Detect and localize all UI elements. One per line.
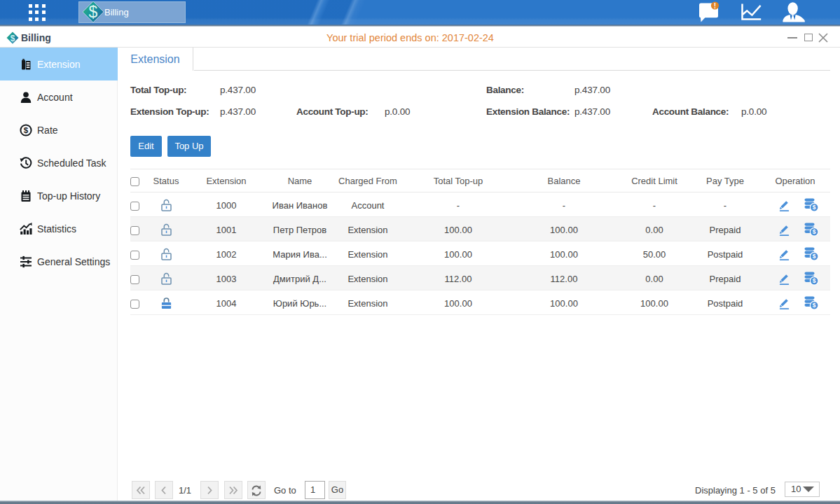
svg-text:$: $ — [813, 253, 816, 260]
svg-text:$: $ — [813, 277, 816, 284]
svg-text:!: ! — [714, 2, 716, 10]
svg-text:$: $ — [813, 302, 816, 309]
svg-text:$: $ — [813, 228, 816, 235]
svg-text:$: $ — [24, 126, 29, 134]
svg-text:$: $ — [89, 3, 98, 21]
svg-text:$: $ — [813, 204, 816, 211]
